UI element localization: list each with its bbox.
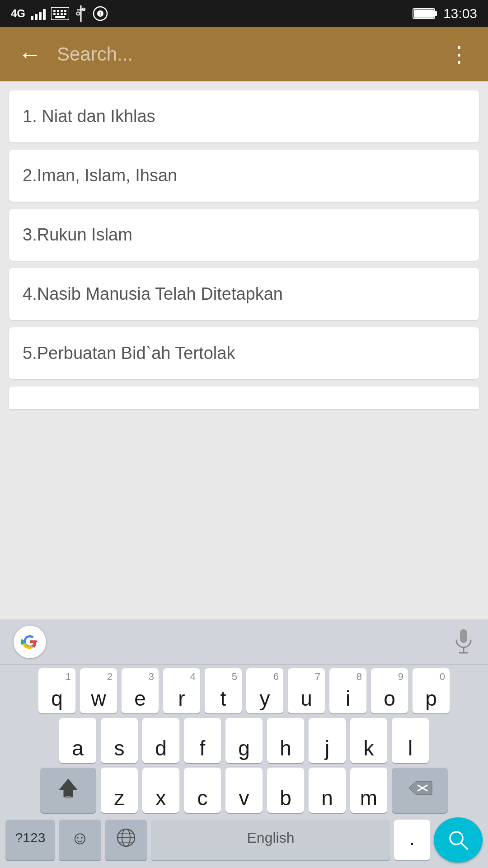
usb-icon [75,5,87,22]
list-item[interactable]: 1. Niat dan Ikhlas [9,90,479,142]
key-r[interactable]: 4r [163,668,200,713]
backspace-icon [407,779,432,797]
key-m[interactable]: m [350,768,387,813]
symbol-key[interactable]: ?123 [5,820,55,860]
key-row-2: a s d f g h j k l [3,718,485,763]
key-e[interactable]: 3e [122,668,159,713]
list-item-text: 5.Perbuatan Bid`ah Tertolak [23,344,235,363]
list-item-partial [9,387,479,409]
svg-rect-8 [64,13,66,15]
status-bar: 4G ! [0,0,488,27]
content-area: 1. Niat dan Ikhlas 2.Iman, Islam, Ihsan … [0,81,488,418]
svg-rect-2 [57,10,59,12]
svg-line-33 [461,843,467,849]
svg-rect-6 [57,13,59,15]
svg-rect-12 [83,8,85,10]
key-j[interactable]: j [309,718,346,763]
key-d[interactable]: d [142,718,179,763]
svg-rect-4 [64,10,66,12]
key-k[interactable]: k [350,718,387,763]
globe-icon [116,828,136,848]
signal-bars [31,7,46,20]
keyboard-keys: 1q 2w 3e 4r 5t 6y 7u 8i 9o 0p a s d f g … [0,665,488,868]
svg-rect-3 [61,10,63,12]
key-a[interactable]: a [59,718,96,763]
carrier-label: 4G [11,7,25,20]
key-row-1: 1q 2w 3e 4r 5t 6y 7u 8i 9o 0p [3,668,485,713]
globe-key[interactable] [105,820,147,860]
svg-rect-1 [53,10,56,12]
key-row-3: z x c v b n m [3,768,485,813]
app-bar: ← ⋮ [0,27,488,81]
symbol-key-label: ?123 [15,831,46,844]
key-y[interactable]: 6y [246,668,283,713]
svg-rect-5 [53,13,56,15]
space-key[interactable]: English [151,820,390,860]
search-input[interactable] [55,40,435,69]
key-l[interactable]: l [392,718,429,763]
key-v[interactable]: v [225,768,263,813]
time-label: 13:03 [443,6,477,21]
svg-rect-19 [414,9,434,18]
list-item-text: 1. Niat dan Ikhlas [23,107,155,126]
emoji-key[interactable]: ☺ [59,820,101,860]
svg-rect-7 [61,13,63,15]
key-f[interactable]: f [184,718,221,763]
key-g[interactable]: g [225,718,263,763]
more-options-button[interactable]: ⋮ [444,37,474,71]
key-h[interactable]: h [267,718,304,763]
key-t[interactable]: 5t [205,668,242,713]
key-w[interactable]: 2w [80,668,117,713]
mic-button[interactable] [453,628,474,656]
list-item[interactable]: 2.Iman, Islam, Ihsan [9,150,479,202]
svg-rect-24 [66,796,71,798]
svg-point-13 [77,12,80,15]
list-item-text: 4.Nasib Manusia Telah Ditetapkan [23,284,283,303]
key-z[interactable]: z [101,768,138,813]
space-key-label: English [247,830,295,845]
status-right: 13:03 [413,6,477,21]
status-left: 4G ! [11,5,108,22]
mic-icon [453,628,474,654]
key-q[interactable]: 1q [38,668,75,713]
key-s[interactable]: s [101,718,138,763]
search-key[interactable] [434,817,483,863]
keyboard-toolbar [0,619,488,665]
keyboard-icon [51,7,69,20]
key-p[interactable]: 0p [413,668,450,713]
key-o[interactable]: 9o [371,668,408,713]
svg-marker-23 [59,779,77,797]
keyboard-area: 1q 2w 3e 4r 5t 6y 7u 8i 9o 0p a s d f g … [0,619,488,868]
key-c[interactable]: c [184,768,221,813]
search-icon [446,828,470,852]
svg-rect-20 [460,629,467,643]
backspace-key[interactable] [392,768,448,813]
svg-rect-9 [55,16,65,18]
shift-key[interactable] [40,768,96,813]
key-u[interactable]: 7u [288,668,325,713]
key-i[interactable]: 8i [329,668,366,713]
list-item-text: 2.Iman, Islam, Ihsan [23,166,177,185]
shift-icon [57,777,79,799]
list-item[interactable]: 3.Rukun Islam [9,209,479,261]
battery-icon [413,7,438,20]
notification-icon: ! [93,6,108,21]
google-logo-button[interactable] [14,626,46,658]
key-n[interactable]: n [309,768,346,813]
svg-text:!: ! [99,11,101,17]
list-item[interactable]: 5.Perbuatan Bid`ah Tertolak [9,327,479,379]
list-item-text: 3.Rukun Islam [23,225,132,244]
list-item[interactable]: 4.Nasib Manusia Telah Ditetapkan [9,268,479,320]
bottom-row: ?123 ☺ English . [3,817,485,866]
svg-rect-18 [435,11,437,16]
period-key[interactable]: . [394,820,430,860]
key-b[interactable]: b [267,768,304,813]
key-x[interactable]: x [142,768,179,813]
back-button[interactable]: ← [14,38,46,71]
